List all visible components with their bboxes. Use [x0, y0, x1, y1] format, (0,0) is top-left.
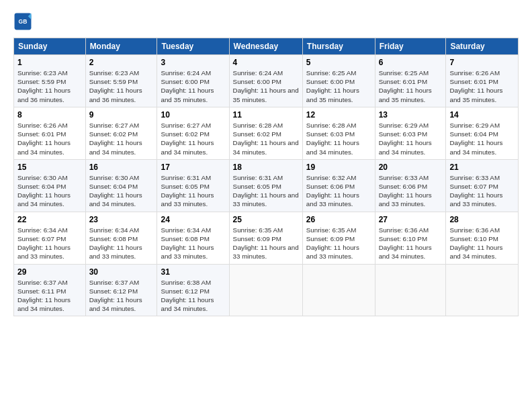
- day-info: Sunrise: 6:23 AM Sunset: 5:59 PM Dayligh…: [17, 68, 82, 104]
- day-cell: [446, 264, 519, 316]
- day-number: 22: [17, 215, 82, 224]
- day-number: 15: [17, 163, 82, 172]
- header: GB: [13, 12, 519, 31]
- col-header-friday: Friday: [375, 38, 446, 55]
- day-number: 21: [449, 163, 515, 172]
- day-info: Sunrise: 6:31 AM Sunset: 6:05 PM Dayligh…: [233, 173, 299, 209]
- day-number: 5: [306, 58, 371, 67]
- svg-text:GB: GB: [19, 18, 28, 25]
- day-info: Sunrise: 6:27 AM Sunset: 6:02 PM Dayligh…: [161, 121, 225, 156]
- day-cell: 2 Sunrise: 6:23 AM Sunset: 5:59 PM Dayli…: [85, 55, 157, 107]
- day-cell: 28 Sunrise: 6:36 AM Sunset: 6:10 PM Dayl…: [446, 212, 519, 264]
- day-info: Sunrise: 6:24 AM Sunset: 6:00 PM Dayligh…: [233, 68, 299, 104]
- day-info: Sunrise: 6:34 AM Sunset: 6:07 PM Dayligh…: [17, 226, 82, 261]
- day-info: Sunrise: 6:33 AM Sunset: 6:07 PM Dayligh…: [449, 173, 515, 209]
- day-number: 2: [89, 58, 154, 67]
- day-number: 17: [161, 163, 225, 172]
- day-cell: 26 Sunrise: 6:35 AM Sunset: 6:09 PM Dayl…: [302, 212, 375, 264]
- day-number: 10: [161, 110, 225, 120]
- day-cell: 5 Sunrise: 6:25 AM Sunset: 6:00 PM Dayli…: [302, 55, 375, 107]
- day-number: 4: [233, 58, 299, 67]
- day-info: Sunrise: 6:36 AM Sunset: 6:10 PM Dayligh…: [449, 226, 515, 261]
- day-cell: 7 Sunrise: 6:26 AM Sunset: 6:01 PM Dayli…: [446, 55, 519, 107]
- day-info: Sunrise: 6:34 AM Sunset: 6:08 PM Dayligh…: [89, 226, 154, 261]
- day-number: 20: [379, 163, 443, 172]
- day-cell: 31 Sunrise: 6:38 AM Sunset: 6:12 PM Dayl…: [157, 264, 229, 316]
- day-info: Sunrise: 6:32 AM Sunset: 6:06 PM Dayligh…: [306, 173, 371, 209]
- day-number: 13: [379, 110, 443, 120]
- day-cell: 23 Sunrise: 6:34 AM Sunset: 6:08 PM Dayl…: [85, 212, 157, 264]
- day-cell: 6 Sunrise: 6:25 AM Sunset: 6:01 PM Dayli…: [375, 55, 446, 107]
- day-number: 19: [306, 163, 371, 172]
- page: GB SundayMondayTuesdayWednesdayThursdayF…: [0, 0, 532, 411]
- week-row-2: 8 Sunrise: 6:26 AM Sunset: 6:01 PM Dayli…: [14, 107, 519, 159]
- logo: GB: [13, 12, 35, 31]
- day-cell: 19 Sunrise: 6:32 AM Sunset: 6:06 PM Dayl…: [302, 159, 375, 212]
- day-cell: 17 Sunrise: 6:31 AM Sunset: 6:05 PM Dayl…: [157, 159, 229, 212]
- week-row-3: 15 Sunrise: 6:30 AM Sunset: 6:04 PM Dayl…: [14, 159, 519, 212]
- calendar-header-row: SundayMondayTuesdayWednesdayThursdayFrid…: [14, 38, 519, 55]
- day-number: 8: [17, 110, 82, 120]
- week-row-1: 1 Sunrise: 6:23 AM Sunset: 5:59 PM Dayli…: [14, 55, 519, 107]
- day-number: 3: [161, 58, 225, 67]
- day-number: 7: [449, 58, 515, 67]
- day-number: 18: [233, 163, 299, 172]
- day-cell: 14 Sunrise: 6:29 AM Sunset: 6:04 PM Dayl…: [446, 107, 519, 159]
- day-cell: 3 Sunrise: 6:24 AM Sunset: 6:00 PM Dayli…: [157, 55, 229, 107]
- day-number: 6: [379, 58, 443, 67]
- day-cell: 27 Sunrise: 6:36 AM Sunset: 6:10 PM Dayl…: [375, 212, 446, 264]
- col-header-thursday: Thursday: [302, 38, 375, 55]
- day-number: 25: [233, 215, 299, 224]
- day-cell: 16 Sunrise: 6:30 AM Sunset: 6:04 PM Dayl…: [85, 159, 157, 212]
- week-row-4: 22 Sunrise: 6:34 AM Sunset: 6:07 PM Dayl…: [14, 212, 519, 264]
- day-number: 1: [17, 58, 82, 67]
- day-number: 30: [89, 267, 154, 277]
- day-info: Sunrise: 6:38 AM Sunset: 6:12 PM Dayligh…: [161, 278, 225, 314]
- day-cell: 13 Sunrise: 6:29 AM Sunset: 6:03 PM Dayl…: [375, 107, 446, 159]
- day-number: 26: [306, 215, 371, 224]
- day-cell: 25 Sunrise: 6:35 AM Sunset: 6:09 PM Dayl…: [229, 212, 302, 264]
- day-info: Sunrise: 6:33 AM Sunset: 6:06 PM Dayligh…: [379, 173, 443, 209]
- day-info: Sunrise: 6:23 AM Sunset: 5:59 PM Dayligh…: [89, 68, 154, 104]
- day-number: 23: [89, 215, 154, 224]
- day-cell: 21 Sunrise: 6:33 AM Sunset: 6:07 PM Dayl…: [446, 159, 519, 212]
- day-info: Sunrise: 6:26 AM Sunset: 6:01 PM Dayligh…: [449, 68, 515, 104]
- day-cell: 4 Sunrise: 6:24 AM Sunset: 6:00 PM Dayli…: [229, 55, 302, 107]
- day-number: 27: [379, 215, 443, 224]
- day-info: Sunrise: 6:29 AM Sunset: 6:04 PM Dayligh…: [449, 121, 515, 156]
- day-cell: [375, 264, 446, 316]
- day-info: Sunrise: 6:25 AM Sunset: 6:00 PM Dayligh…: [306, 68, 371, 104]
- day-cell: 1 Sunrise: 6:23 AM Sunset: 5:59 PM Dayli…: [14, 55, 86, 107]
- day-number: 28: [449, 215, 515, 224]
- day-info: Sunrise: 6:31 AM Sunset: 6:05 PM Dayligh…: [161, 173, 225, 209]
- col-header-wednesday: Wednesday: [229, 38, 302, 55]
- day-cell: 24 Sunrise: 6:34 AM Sunset: 6:08 PM Dayl…: [157, 212, 229, 264]
- day-info: Sunrise: 6:26 AM Sunset: 6:01 PM Dayligh…: [17, 121, 82, 156]
- day-number: 24: [161, 215, 225, 224]
- day-number: 31: [161, 267, 225, 277]
- day-number: 12: [306, 110, 371, 120]
- logo-icon: GB: [13, 12, 32, 31]
- day-number: 14: [449, 110, 515, 120]
- day-info: Sunrise: 6:35 AM Sunset: 6:09 PM Dayligh…: [306, 226, 371, 261]
- day-cell: 30 Sunrise: 6:37 AM Sunset: 6:12 PM Dayl…: [85, 264, 157, 316]
- day-cell: 18 Sunrise: 6:31 AM Sunset: 6:05 PM Dayl…: [229, 159, 302, 212]
- day-info: Sunrise: 6:25 AM Sunset: 6:01 PM Dayligh…: [379, 68, 443, 104]
- day-info: Sunrise: 6:35 AM Sunset: 6:09 PM Dayligh…: [233, 226, 299, 261]
- day-cell: [302, 264, 375, 316]
- day-cell: 11 Sunrise: 6:28 AM Sunset: 6:02 PM Dayl…: [229, 107, 302, 159]
- week-row-5: 29 Sunrise: 6:37 AM Sunset: 6:11 PM Dayl…: [14, 264, 519, 316]
- day-info: Sunrise: 6:34 AM Sunset: 6:08 PM Dayligh…: [161, 226, 225, 261]
- day-cell: 8 Sunrise: 6:26 AM Sunset: 6:01 PM Dayli…: [14, 107, 86, 159]
- day-number: 9: [89, 110, 154, 120]
- day-number: 11: [233, 110, 299, 120]
- day-info: Sunrise: 6:28 AM Sunset: 6:03 PM Dayligh…: [306, 121, 371, 156]
- day-info: Sunrise: 6:37 AM Sunset: 6:11 PM Dayligh…: [17, 278, 82, 314]
- day-cell: 29 Sunrise: 6:37 AM Sunset: 6:11 PM Dayl…: [14, 264, 86, 316]
- day-info: Sunrise: 6:30 AM Sunset: 6:04 PM Dayligh…: [17, 173, 82, 209]
- day-cell: 10 Sunrise: 6:27 AM Sunset: 6:02 PM Dayl…: [157, 107, 229, 159]
- col-header-saturday: Saturday: [446, 38, 519, 55]
- day-info: Sunrise: 6:36 AM Sunset: 6:10 PM Dayligh…: [379, 226, 443, 261]
- col-header-monday: Monday: [85, 38, 157, 55]
- day-info: Sunrise: 6:29 AM Sunset: 6:03 PM Dayligh…: [379, 121, 443, 156]
